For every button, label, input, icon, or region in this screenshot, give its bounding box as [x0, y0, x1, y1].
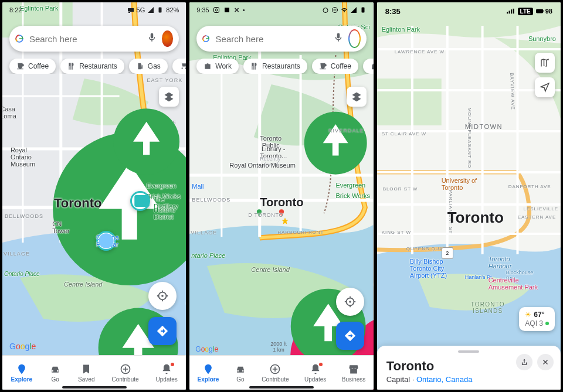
- battery-icon: [359, 6, 367, 13]
- search-bar[interactable]: [9, 26, 179, 52]
- card-region-link[interactable]: Ontario, Canada: [416, 375, 472, 384]
- layers-icon: [351, 91, 362, 102]
- google-watermark: Google: [9, 342, 36, 351]
- directions-button[interactable]: [148, 317, 177, 345]
- label-toronto-harbour: Toronto Harbour: [489, 255, 512, 270]
- poi-evergreen[interactable]: Evergreen Brick Works: [298, 105, 373, 192]
- poi-evergreen[interactable]: Evergreen Brick Works: [107, 102, 186, 193]
- search-bar[interactable]: [196, 26, 366, 52]
- label-village: VILLAGE: [191, 230, 217, 236]
- mic-button[interactable]: [147, 32, 157, 45]
- svg-point-4: [99, 233, 114, 248]
- tab-bar: Explore Go Saved Contribute Updates: [2, 355, 186, 390]
- chip-groceries[interactable]: Groceries: [172, 59, 186, 74]
- directions-button[interactable]: [336, 322, 364, 350]
- chip-work[interactable]: Work: [196, 59, 239, 74]
- map-mode-button[interactable]: [535, 53, 555, 73]
- share-button[interactable]: [516, 354, 533, 370]
- tab-business[interactable]: Business: [342, 363, 366, 383]
- place-card[interactable]: Toronto Capital · Ontario, Canada: [377, 346, 561, 390]
- weather-aqi: AQI 3: [525, 319, 543, 328]
- layers-icon: [164, 91, 174, 102]
- work-icon: [204, 62, 212, 70]
- locate-button[interactable]: [336, 288, 364, 316]
- poi-rom[interactable]: Royal Ontario Museum: [229, 162, 296, 169]
- tree-pin-icon: [107, 102, 186, 181]
- label-bellwoods: BELLWOODS: [192, 197, 230, 203]
- chip-restaurants[interactable]: Restaurants: [243, 59, 307, 74]
- google-logo-icon: [202, 33, 209, 45]
- weather-widget[interactable]: ☀67° AQI 3: [519, 307, 555, 331]
- label-midtown: MIDTOWN: [465, 123, 503, 130]
- svg-rect-14: [213, 8, 219, 13]
- chip-coffee[interactable]: Coffee: [312, 59, 358, 74]
- poi-centre-island[interactable]: Centre Island: [64, 281, 102, 288]
- poi-ontario-place[interactable]: Ontario Place: [4, 271, 40, 277]
- street-stclair: ST CLAIR AVE W: [382, 131, 426, 137]
- poi-distillery[interactable]: The Distillery Historic District: [130, 191, 154, 211]
- label-leslieville: LESLIEVILLE: [524, 206, 558, 212]
- tab-contribute[interactable]: Contribute: [111, 363, 138, 383]
- status-battery: 98: [536, 7, 552, 15]
- store-icon: [348, 363, 359, 375]
- svg-rect-19: [361, 8, 364, 13]
- chip-restaurants[interactable]: Restaurants: [60, 59, 124, 74]
- tree-pin-icon: [298, 105, 373, 180]
- google-logo-icon: [15, 33, 23, 45]
- poi-eglinton-park[interactable]: Eglinton Park: [382, 26, 420, 33]
- status-time: 8:22: [9, 6, 22, 13]
- layers-button[interactable]: [347, 87, 367, 107]
- chip-gas[interactable]: Gas: [129, 59, 168, 74]
- label-village: VILLAGE: [4, 251, 30, 257]
- tab-go[interactable]: Go: [235, 363, 246, 383]
- poi-cabana[interactable]: Cabana Poolbar: [96, 231, 116, 251]
- street-danforth: DANFORTH AVE: [508, 184, 551, 189]
- drag-handle[interactable]: [458, 350, 479, 353]
- bookmark-icon: [80, 363, 92, 375]
- tab-updates[interactable]: Updates: [156, 363, 178, 383]
- status-time: 9:35: [196, 6, 209, 13]
- poi-ontario-place[interactable]: ntario Place: [191, 252, 225, 259]
- svg-rect-30: [511, 9, 512, 13]
- map-canvas[interactable]: LAWRENCE AVE W ST CLAIR AVE W BLOOR ST W…: [377, 2, 561, 390]
- layers-button[interactable]: [159, 87, 179, 107]
- tab-saved[interactable]: Saved: [78, 363, 94, 383]
- car-icon: [235, 363, 246, 375]
- svg-rect-32: [536, 9, 543, 13]
- poi-mall[interactable]: Mall: [192, 183, 204, 190]
- weather-temp: 67°: [534, 311, 544, 319]
- locate-button[interactable]: [535, 77, 555, 97]
- tab-updates[interactable]: Updates: [304, 363, 326, 383]
- avatar[interactable]: [162, 30, 173, 47]
- tab-explore[interactable]: Explore: [11, 363, 32, 383]
- tab-go[interactable]: Go: [49, 363, 61, 383]
- plus-circle-icon: [269, 363, 281, 375]
- location-arrow-icon: [540, 82, 550, 93]
- search-input[interactable]: [215, 33, 328, 45]
- search-input[interactable]: [28, 33, 142, 45]
- close-button[interactable]: [537, 354, 554, 370]
- street-king: KING ST W: [382, 230, 411, 235]
- status-battery: 82%: [166, 6, 179, 13]
- street-bayview: BAYVIEW AVE: [509, 73, 515, 110]
- poi-sunnybrook[interactable]: Sunnybro: [528, 35, 556, 42]
- mic-button[interactable]: [333, 32, 344, 45]
- cast-icon: [127, 6, 134, 13]
- coffee-icon: [319, 62, 327, 70]
- chip-coffee[interactable]: Coffee: [9, 59, 56, 74]
- home-handle[interactable]: [62, 386, 127, 388]
- locate-icon: [156, 289, 169, 302]
- poi-centre-island[interactable]: Centre Island: [251, 266, 289, 273]
- category-chips: Work Restaurants Coffee Shopping: [189, 59, 373, 74]
- svg-point-17: [323, 8, 328, 13]
- car-icon: [49, 363, 61, 375]
- star-icon[interactable]: [281, 217, 289, 225]
- locate-button[interactable]: [148, 282, 177, 310]
- chip-shopping[interactable]: Shopping: [363, 59, 374, 74]
- avatar[interactable]: [348, 29, 361, 48]
- tab-contribute[interactable]: Contribute: [262, 363, 289, 383]
- home-handle[interactable]: [249, 386, 314, 388]
- status-time: 8:35: [385, 7, 401, 16]
- tab-explore[interactable]: Explore: [198, 363, 219, 383]
- instagram-icon: [213, 6, 220, 13]
